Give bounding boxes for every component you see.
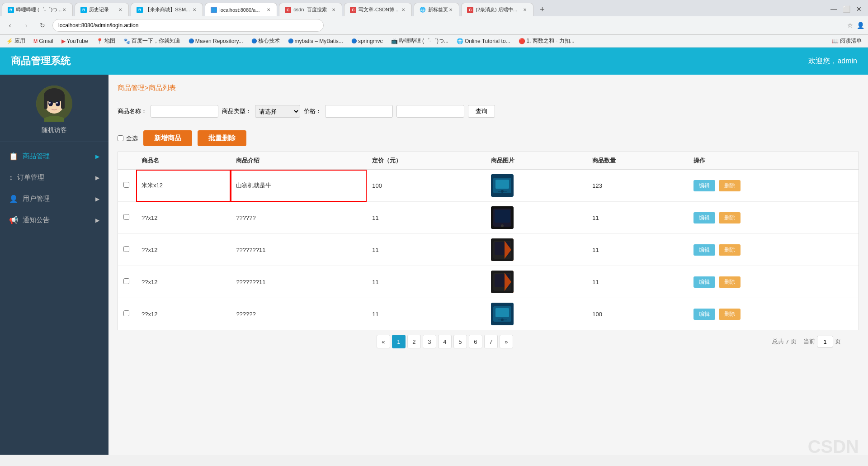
tab-newtab[interactable]: 🌐 新标签页 ✕ [414, 3, 459, 16]
page-next-button[interactable]: » [500, 335, 513, 348]
users-icon: 👤 [9, 195, 18, 203]
bookmark-star-icon[interactable]: ☆ [847, 22, 853, 29]
bookmark-springmvc[interactable]: 🔵springmvc [349, 37, 386, 45]
delete-button-0[interactable]: 删除 [719, 180, 741, 191]
sidebar-user: 随机访客 [0, 75, 108, 142]
avatar [36, 86, 72, 122]
svg-point-7 [49, 102, 51, 104]
page-7-button[interactable]: 7 [484, 335, 498, 348]
search-type-select[interactable]: 请选择 [255, 105, 300, 118]
select-all-label[interactable]: 全选 [118, 134, 138, 143]
total-pages: 7 [786, 338, 789, 345]
tab-csdn-msg[interactable]: C (2条消息) 后端中... ✕ [461, 3, 533, 16]
close-button[interactable]: ✕ [854, 4, 864, 14]
product-price-cell: 100 [367, 170, 486, 202]
sidebar-item-orders[interactable]: ↕ 订单管理 ▶ [0, 167, 108, 188]
url-input[interactable] [52, 19, 324, 32]
delete-button-2[interactable]: 删除 [719, 244, 741, 256]
page-4-button[interactable]: 4 [438, 335, 452, 348]
row-checkbox-3[interactable] [123, 278, 129, 284]
delete-button-3[interactable]: 删除 [719, 276, 741, 288]
edit-button-1[interactable]: 编辑 [693, 212, 715, 223]
select-all-checkbox[interactable] [118, 135, 123, 141]
tab-csdn-write[interactable]: C 写文章-CSDN博... ✕ [344, 3, 412, 16]
page-prev-button[interactable]: « [377, 335, 390, 348]
tab-mmsc[interactable]: B 【米米商城】SSM... ✕ [131, 3, 203, 16]
bookmark-youtube[interactable]: ▶YouTube [59, 37, 91, 45]
back-button[interactable]: ‹ [4, 19, 16, 32]
app-welcome: 欢迎您，admin [808, 57, 857, 66]
bookmark-maps[interactable]: 📍地图 [94, 36, 118, 46]
search-name-input[interactable] [151, 105, 218, 118]
page-2-button[interactable]: 2 [407, 335, 421, 348]
add-product-button[interactable]: 新增商品 [143, 130, 192, 146]
product-action-cell: 编辑 删除 [688, 266, 859, 298]
page-3-button[interactable]: 3 [423, 335, 436, 348]
table-row: 米米x12山寨机就是牛100123 编辑 删除 [118, 170, 859, 202]
tab-close-icon[interactable]: ✕ [448, 6, 453, 13]
product-image-cell [486, 298, 587, 330]
sidebar-item-notices[interactable]: 📢 通知公告 ▶ [0, 209, 108, 231]
sidebar-label-products: 商品管理 [23, 152, 50, 161]
delete-button-4[interactable]: 删除 [719, 309, 741, 320]
bookmark-leetcode[interactable]: 🔴1. 两数之和 - 力扣... [516, 36, 577, 46]
tab-close-icon[interactable]: ✕ [61, 6, 67, 13]
row-checkbox-1[interactable] [123, 214, 129, 220]
bookmark-tutorial[interactable]: 🌐Online Tutorial to... [454, 37, 513, 45]
reload-button[interactable]: ↻ [36, 19, 49, 32]
page-6-button[interactable]: 6 [469, 335, 482, 348]
tab-close-icon[interactable]: ✕ [401, 6, 406, 13]
goto-page-input[interactable] [817, 336, 833, 347]
delete-button-1[interactable]: 删除 [719, 212, 741, 223]
row-checkbox-0[interactable] [123, 182, 129, 188]
product-desc-cell: 山寨机就是牛 [231, 170, 367, 202]
page-1-button[interactable]: 1 [392, 335, 406, 348]
minimize-button[interactable]: — [828, 4, 839, 14]
tab-localhost[interactable]: 🌐 localhost:8080/a... ✕ [205, 3, 277, 16]
tab-bilibili1[interactable]: B 哔哩哔哩 (゜-゜)つ... ✕ [2, 3, 73, 16]
product-name-cell: ??x12 [136, 202, 231, 234]
bookmark-mybatis[interactable]: 🔵mybatis – MyBatis... [285, 37, 346, 45]
tab-close-icon[interactable]: ✕ [192, 6, 197, 13]
maximize-button[interactable]: ⬜ [841, 4, 852, 14]
bookmark-baidu[interactable]: 🐾百度一下，你就知道 [121, 36, 183, 46]
page-5-button[interactable]: 5 [453, 335, 467, 348]
product-image-cell [486, 266, 587, 298]
col-qty: 商品数量 [587, 152, 688, 170]
forward-button[interactable]: › [20, 19, 33, 32]
table-header-row: 商品名 商品介绍 定价（元） 商品图片 商品数量 操作 [118, 152, 859, 170]
address-bar-icons: ☆ 👤 [847, 22, 864, 29]
bookmark-gmail[interactable]: MGmail [31, 37, 56, 45]
arrow-icon: ▶ [95, 217, 99, 223]
tab-close-icon[interactable]: ✕ [522, 6, 528, 13]
search-price-to[interactable] [396, 105, 464, 118]
sidebar-menu: 📋 商品管理 ▶ ↕ 订单管理 ▶ 👤 用户管理 [0, 142, 108, 234]
tab-close-icon[interactable]: ✕ [331, 6, 336, 13]
batch-delete-button[interactable]: 批量删除 [198, 130, 246, 146]
pagination-row: « 1 2 3 4 5 6 7 » 总共 7 页 当前 [118, 330, 859, 353]
bookmark-bilibili[interactable]: 📺哔哩哔哩 (゜-゜)つ... [388, 36, 451, 46]
bookmark-readinglist[interactable]: 📖阅读清单 [829, 36, 864, 46]
tab-close-icon[interactable]: ✕ [266, 6, 271, 13]
profile-icon[interactable]: 👤 [857, 22, 864, 29]
sidebar-item-products[interactable]: 📋 商品管理 ▶ [0, 146, 108, 167]
tab-history[interactable]: B 历史记录 ✕ [75, 3, 129, 16]
row-checkbox-2[interactable] [123, 246, 129, 252]
sidebar-item-users[interactable]: 👤 用户管理 ▶ [0, 188, 108, 209]
tab-csdn-baidu[interactable]: C csdn_百度搜索 ✕ [279, 3, 342, 16]
tab-close-icon[interactable]: ✕ [118, 6, 123, 13]
bookmark-core[interactable]: 🔵核心技术 [249, 36, 283, 46]
edit-button-3[interactable]: 编辑 [693, 276, 715, 288]
product-desc-cell: ?????? [231, 298, 367, 330]
edit-button-2[interactable]: 编辑 [693, 244, 715, 256]
product-image-cell [486, 170, 587, 202]
edit-button-0[interactable]: 编辑 [693, 180, 715, 191]
edit-button-4[interactable]: 编辑 [693, 309, 715, 320]
bookmark-apps[interactable]: ⚡应用 [4, 36, 28, 46]
row-checkbox-4[interactable] [123, 310, 129, 316]
query-button[interactable]: 查询 [468, 105, 495, 118]
new-tab-button[interactable]: + [535, 5, 549, 14]
search-price-from[interactable] [325, 105, 393, 118]
bookmark-maven[interactable]: 🔵Maven Repository... [186, 37, 246, 45]
app-container: 商品管理系统 欢迎您，admin [0, 48, 868, 455]
